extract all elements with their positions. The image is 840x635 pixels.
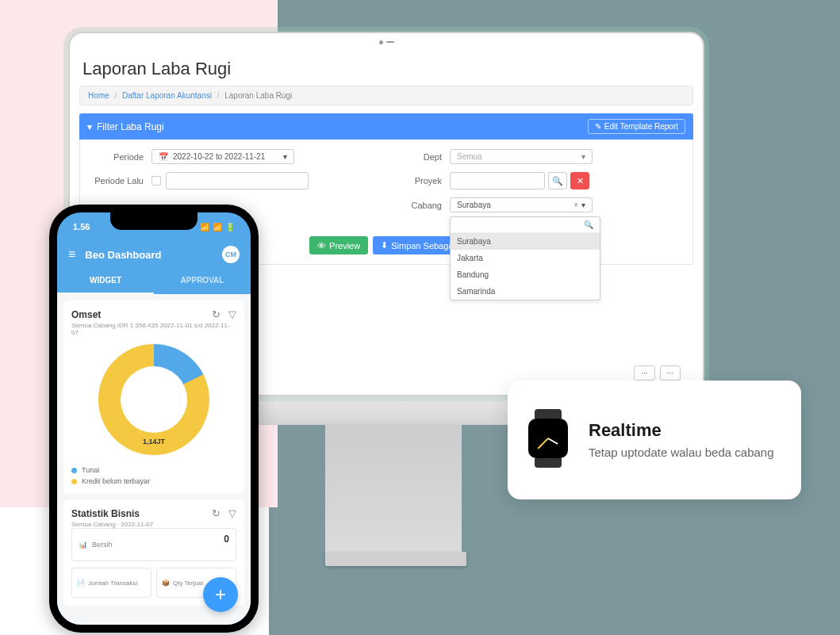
plus-icon: + — [215, 583, 226, 606]
tab-widget[interactable]: WIDGET — [57, 268, 154, 294]
edit-template-button[interactable]: ✎ Edit Template Report — [588, 119, 685, 134]
realtime-card: Realtime Tetap uptodate walau beda caban… — [508, 381, 801, 499]
omset-subtitle: Semua Cabang IDR 1.358.435 2022-11-01 s/… — [71, 322, 236, 336]
clear-icon[interactable]: × — [573, 201, 578, 209]
chart-icon: 📊 — [79, 541, 87, 549]
proyek-clear-button[interactable]: ✕ — [570, 172, 589, 189]
wifi-icon: 📶 — [213, 223, 222, 231]
battery-icon: 🔋 — [225, 223, 235, 231]
footer-btn-2[interactable]: ··· — [660, 365, 681, 381]
cabang-option[interactable]: Bandung — [451, 266, 600, 283]
omset-title: Omset — [71, 309, 101, 320]
footer-buttons: ··· ··· — [634, 365, 681, 381]
omset-donut-chart: 1,14JT — [98, 344, 209, 455]
statistik-title: Statistik Bisnis — [71, 508, 140, 519]
calendar-icon: 📅 — [159, 152, 168, 161]
box-icon: 📦 — [162, 580, 170, 587]
chevron-down-icon: ▾ — [581, 201, 585, 209]
download-icon: ⬇ — [381, 240, 388, 251]
doc-icon: 📄 — [77, 580, 85, 587]
eye-icon: 👁 — [317, 241, 326, 251]
app-title: Beo Dashboard — [85, 249, 161, 261]
edit-icon: ✎ — [595, 122, 601, 131]
phone-device: 1.56 📶 📶 🔋 ≡ Beo Dashboard CM WIDGET APP… — [49, 205, 259, 633]
monitor-base — [325, 552, 466, 566]
search-icon: 🔍 — [584, 220, 593, 229]
chevron-down-icon: ▾ — [283, 152, 287, 161]
cabang-option[interactable]: Samarinda — [451, 283, 600, 300]
breadcrumb: Home / Daftar Laporan Akuntansi / Lapora… — [79, 86, 693, 105]
filter-icon: ▾ — [87, 121, 92, 132]
filter-title: Filter Laba Rugi — [97, 121, 164, 132]
omset-legend: Tunai Kredit belum terbayar — [71, 466, 236, 485]
donut-center-label: 1,14JT — [143, 438, 165, 446]
search-icon: 🔍 — [552, 176, 563, 186]
chevron-down-icon: ▾ — [581, 152, 585, 161]
periode-input[interactable]: 📅 2022-10-22 to 2022-11-21 ▾ — [152, 149, 294, 164]
periode-label: Periode — [88, 152, 144, 162]
signal-icon: 📶 — [200, 223, 209, 231]
phone-time: 1.56 — [73, 222, 90, 231]
legend-dot-yellow — [71, 479, 77, 484]
proyek-label: Proyek — [386, 176, 442, 186]
refresh-icon[interactable]: ↻ — [212, 308, 221, 320]
dept-label: Dept — [386, 152, 442, 162]
camera-icon — [378, 40, 395, 44]
cabang-select[interactable]: Surabaya × ▾ — [450, 197, 593, 212]
proyek-search-button[interactable]: 🔍 — [548, 172, 567, 189]
statistik-subtitle: Semua Cabang · 2022-11-07 — [71, 521, 236, 528]
app-header: ≡ Beo Dashboard CM — [57, 241, 251, 268]
watch-icon — [527, 409, 570, 471]
cabang-search-input[interactable]: 🔍 — [451, 217, 600, 233]
preview-button[interactable]: 👁 Preview — [309, 236, 368, 254]
stat-jumlah[interactable]: 📄 Jumlah Transaksi — [71, 568, 152, 598]
omset-card: Omset ↻ ▽ Semua Cabang IDR 1.358.435 202… — [63, 300, 244, 493]
filter-header: ▾ Filter Laba Rugi ✎ Edit Template Repor… — [79, 113, 693, 140]
cabang-dropdown: 🔍 Surabaya Jakarta Bandung Samarinda — [450, 216, 600, 300]
dept-select[interactable]: Semua ▾ — [450, 149, 593, 164]
periode-lalu-checkbox[interactable] — [152, 176, 161, 186]
footer-btn-1[interactable]: ··· — [634, 365, 654, 381]
proyek-input[interactable] — [450, 172, 545, 189]
breadcrumb-current: Laporan Laba Rugi — [224, 91, 292, 100]
phone-tabs: WIDGET APPROVAL — [57, 268, 251, 294]
phone-notch — [110, 212, 198, 230]
cabang-label: Cabang — [386, 201, 442, 210]
stat-bersih[interactable]: 📊 Bersih 0 — [71, 528, 236, 561]
tab-approval[interactable]: APPROVAL — [154, 268, 251, 294]
legend-dot-blue — [71, 468, 77, 473]
breadcrumb-home[interactable]: Home — [88, 91, 109, 100]
periode-lalu-label: Periode Lalu — [88, 176, 144, 186]
phone-screen: 1.56 📶 📶 🔋 ≡ Beo Dashboard CM WIDGET APP… — [57, 212, 251, 625]
periode-lalu-input[interactable] — [166, 172, 309, 189]
cabang-option[interactable]: Jakarta — [451, 250, 600, 266]
menu-icon[interactable]: ≡ — [68, 247, 75, 262]
realtime-desc: Tetap uptodate walau beda cabang — [589, 444, 774, 461]
cabang-option[interactable]: Surabaya — [451, 233, 600, 250]
close-icon: ✕ — [577, 176, 584, 186]
filter-icon[interactable]: ▽ — [228, 507, 236, 519]
page-title: Laporan Laba Rugi — [79, 51, 693, 86]
realtime-title: Realtime — [589, 420, 774, 441]
filter-icon[interactable]: ▽ — [228, 308, 236, 320]
breadcrumb-list[interactable]: Daftar Laporan Akuntansi — [122, 91, 212, 100]
fab-add-button[interactable]: + — [203, 577, 238, 612]
refresh-icon[interactable]: ↻ — [212, 507, 221, 519]
avatar[interactable]: CM — [222, 246, 240, 263]
